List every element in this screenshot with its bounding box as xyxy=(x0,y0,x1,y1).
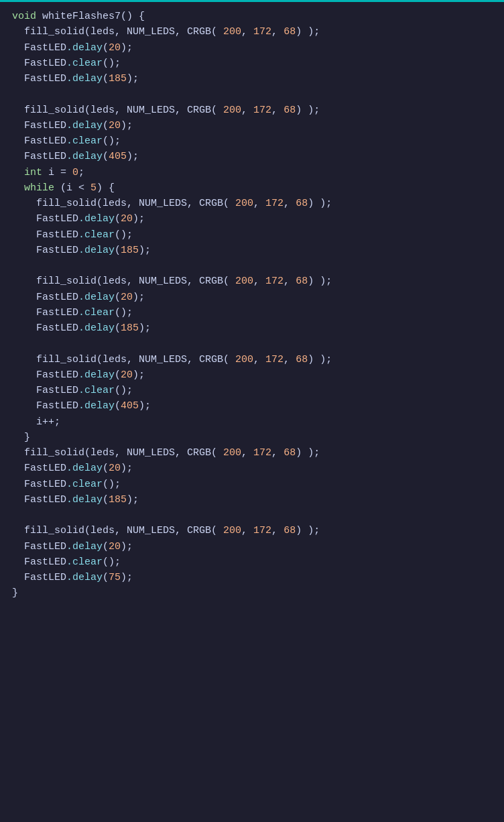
code-line: fill_solid(leds, NUM_LEDS, CRGB( 200, 17… xyxy=(0,445,504,461)
code-line: fill_solid(leds, NUM_LEDS, CRGB( 200, 17… xyxy=(0,523,504,538)
code-line: fill_solid(leds, NUM_LEDS, CRGB( 200, 17… xyxy=(0,24,504,40)
code-line: FastLED.delay(20); xyxy=(0,211,504,227)
code-line: } xyxy=(0,430,504,445)
code-line xyxy=(0,508,504,523)
code-line: FastLED.delay(20); xyxy=(0,118,504,133)
code-line: void whiteFlashes7() { xyxy=(0,9,504,24)
code-line: while (i < 5) { xyxy=(0,180,504,196)
code-line: FastLED.delay(20); xyxy=(0,461,504,476)
code-line: fill_solid(leds, NUM_LEDS, CRGB( 200, 17… xyxy=(0,196,504,211)
code-line: FastLED.delay(405); xyxy=(0,398,504,414)
code-line: int i = 0; xyxy=(0,165,504,180)
code-line: fill_solid(leds, NUM_LEDS, CRGB( 200, 17… xyxy=(0,103,504,118)
code-line: FastLED.clear(); xyxy=(0,383,504,398)
code-line: FastLED.clear(); xyxy=(0,133,504,149)
code-line: FastLED.clear(); xyxy=(0,305,504,320)
code-line: } xyxy=(0,585,504,601)
code-line: FastLED.delay(185); xyxy=(0,243,504,258)
code-line xyxy=(0,336,504,351)
code-line: FastLED.clear(); xyxy=(0,56,504,71)
code-line: FastLED.clear(); xyxy=(0,227,504,243)
code-line: FastLED.delay(185); xyxy=(0,71,504,86)
code-line: FastLED.delay(405); xyxy=(0,149,504,164)
code-line: FastLED.delay(20); xyxy=(0,539,504,554)
code-line xyxy=(0,258,504,274)
code-line: FastLED.delay(185); xyxy=(0,320,504,336)
code-line: FastLED.clear(); xyxy=(0,554,504,570)
code-editor: void whiteFlashes7() { fill_solid(leds, … xyxy=(0,0,504,822)
code-line: fill_solid(leds, NUM_LEDS, CRGB( 200, 17… xyxy=(0,274,504,289)
code-line: FastLED.clear(); xyxy=(0,477,504,492)
code-line: FastLED.delay(20); xyxy=(0,367,504,383)
code-line: FastLED.delay(75); xyxy=(0,570,504,585)
code-line: fill_solid(leds, NUM_LEDS, CRGB( 200, 17… xyxy=(0,352,504,367)
code-line: FastLED.delay(20); xyxy=(0,40,504,56)
code-line: FastLED.delay(20); xyxy=(0,290,504,305)
code-line xyxy=(0,86,504,102)
code-line: i++; xyxy=(0,414,504,430)
code-line: FastLED.delay(185); xyxy=(0,492,504,508)
